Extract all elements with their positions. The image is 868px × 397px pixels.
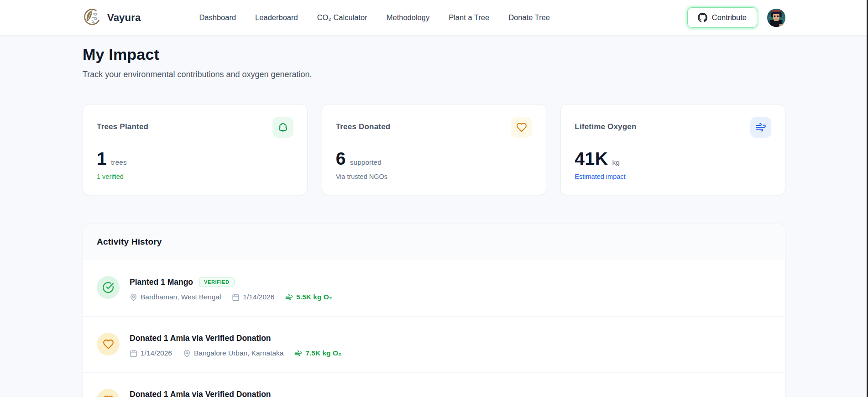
heart-icon — [97, 333, 120, 355]
stat-note: Via trusted NGOs — [336, 173, 533, 180]
stat-card-trees-planted: Trees Planted 1 trees 1 verified — [83, 104, 308, 195]
activity-row-donated-amla-1: Donated 1 Amla via Verified Donation 1/1… — [83, 316, 785, 372]
brand-name: Vayura — [107, 12, 141, 24]
stat-card-lifetime-oxygen: Lifetime Oxygen 41K kg Estimated impact — [560, 104, 785, 195]
stat-title: Trees Planted — [97, 117, 148, 131]
leaf-wind-logo-icon — [83, 7, 102, 28]
heart-icon — [511, 117, 532, 138]
github-icon — [698, 13, 707, 22]
stat-title: Trees Donated — [336, 117, 391, 131]
circle-check-icon — [97, 276, 120, 299]
main-nav: Dashboard Leaderboard CO₂ Calculator Met… — [199, 13, 550, 22]
nav-item-leaderboard[interactable]: Leaderboard — [255, 13, 298, 22]
activity-location: Bangalore Urban, Karnataka — [183, 349, 283, 357]
nav-item-methodology[interactable]: Methodology — [387, 13, 429, 22]
heart-icon — [97, 389, 120, 397]
wind-icon — [285, 293, 293, 301]
stat-unit: supported — [350, 158, 382, 167]
stat-value: 1 — [97, 149, 107, 169]
verified-badge: VERIFIED — [199, 277, 235, 287]
nav-item-donate-tree[interactable]: Donate Tree — [508, 13, 550, 22]
stat-value: 41K — [575, 149, 608, 169]
activity-oxygen: 7.5K kg O₂ — [294, 349, 341, 357]
stat-note: 1 verified — [97, 173, 293, 180]
stat-note: Estimated impact — [575, 173, 771, 180]
activity-date: 1/14/2026 — [232, 293, 274, 301]
activity-row-donated-amla-2: Donated 1 Amla via Verified Donation — [83, 372, 785, 397]
activity-history-card: Activity History Planted 1 Mango VERIFIE… — [83, 224, 785, 397]
stats-grid: Trees Planted 1 trees 1 verified Trees D… — [83, 104, 785, 195]
user-avatar[interactable] — [767, 9, 785, 27]
wind-icon — [750, 117, 771, 138]
activity-row-title: Donated 1 Amla via Verified Donation — [130, 390, 271, 397]
stat-unit: trees — [111, 158, 126, 167]
stat-card-trees-donated: Trees Donated 6 supported Via trusted NG… — [322, 104, 547, 195]
contribute-button[interactable]: Contribute — [687, 7, 757, 28]
calendar-icon — [130, 350, 137, 357]
nav-item-plant-a-tree[interactable]: Plant a Tree — [449, 13, 489, 22]
map-pin-icon — [183, 350, 191, 357]
activity-row-planted-mango: Planted 1 Mango VERIFIED Bardhaman, West… — [83, 260, 785, 316]
activity-date: 1/14/2026 — [130, 349, 172, 357]
page-subtitle: Track your environmental contributions a… — [83, 70, 785, 79]
map-pin-icon — [130, 293, 137, 301]
calendar-icon — [232, 293, 240, 301]
activity-row-title: Planted 1 Mango — [130, 277, 193, 287]
stat-title: Lifetime Oxygen — [575, 117, 636, 131]
top-navigation-bar: Vayura Dashboard Leaderboard CO₂ Calcula… — [0, 0, 868, 36]
activity-header: Activity History — [83, 224, 785, 260]
activity-oxygen: 5.5K kg O₂ — [285, 293, 332, 301]
activity-row-title: Donated 1 Amla via Verified Donation — [130, 334, 271, 343]
stat-unit: kg — [612, 158, 619, 167]
activity-title: Activity History — [97, 237, 162, 246]
nav-item-co2-calculator[interactable]: CO₂ Calculator — [317, 13, 367, 22]
nav-item-dashboard[interactable]: Dashboard — [199, 13, 236, 22]
header-actions: Contribute — [687, 7, 785, 28]
wind-icon — [294, 350, 302, 357]
tree-icon — [272, 117, 293, 138]
stat-value: 6 — [336, 149, 346, 169]
contribute-label: Contribute — [712, 13, 747, 22]
activity-location: Bardhaman, West Bengal — [130, 293, 221, 301]
page-title: My Impact — [83, 46, 785, 63]
brand-logo[interactable]: Vayura — [83, 7, 141, 28]
main-content: My Impact Track your environmental contr… — [0, 36, 868, 397]
